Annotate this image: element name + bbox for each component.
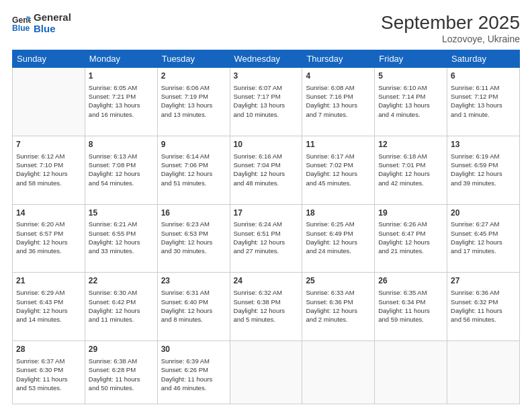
weekday-header-tuesday: Tuesday (157, 50, 230, 68)
day-info-line: Daylight: 12 hours (16, 169, 81, 178)
weekday-header-monday: Monday (85, 50, 157, 68)
day-info-line: and 48 minutes. (234, 179, 299, 187)
day-number: 8 (89, 139, 154, 150)
day-info-line: Sunrise: 6:24 AM (234, 220, 299, 228)
day-info-line: Sunrise: 6:19 AM (451, 152, 516, 161)
calendar-cell: 11Sunrise: 6:17 AMSunset: 7:02 PMDayligh… (302, 136, 375, 204)
svg-text:Blue: Blue (12, 24, 30, 33)
day-info-line: Sunset: 6:47 PM (378, 229, 443, 238)
day-number: 21 (16, 275, 81, 287)
day-info-line: Sunset: 7:01 PM (378, 161, 443, 169)
day-info-line: Sunset: 7:14 PM (378, 92, 443, 101)
day-info-line: Sunrise: 6:36 AM (451, 288, 516, 297)
day-number: 10 (234, 139, 299, 150)
day-info-line: Sunrise: 6:31 AM (161, 288, 226, 297)
day-info-line: Daylight: 12 hours (378, 238, 443, 246)
day-info-line: Daylight: 11 hours (89, 375, 154, 383)
calendar-week-row: 28Sunrise: 6:37 AMSunset: 6:30 PMDayligh… (13, 341, 520, 404)
day-number: 19 (378, 208, 443, 219)
day-number: 1 (89, 71, 154, 82)
day-info-line: Sunrise: 6:20 AM (16, 220, 81, 228)
day-info-line: and 46 minutes. (161, 383, 226, 392)
day-number: 30 (161, 344, 226, 355)
day-number: 26 (378, 275, 443, 287)
weekday-header-row: SundayMondayTuesdayWednesdayThursdayFrid… (13, 50, 520, 68)
calendar-cell (302, 341, 375, 404)
day-info-line: Daylight: 12 hours (234, 169, 299, 178)
weekday-header-wednesday: Wednesday (230, 50, 302, 68)
day-info-line: Sunrise: 6:30 AM (89, 288, 154, 297)
day-info-line: Sunrise: 6:14 AM (161, 152, 226, 161)
day-info-line: and 27 minutes. (234, 246, 299, 255)
day-info-line: and 24 minutes. (306, 246, 371, 255)
day-info-line: and 13 minutes. (161, 110, 226, 119)
location: Lozovoye, Ukraine (381, 34, 520, 44)
day-number: 15 (89, 208, 154, 219)
day-info-line: Sunrise: 6:35 AM (378, 288, 443, 297)
day-info-line: Sunrise: 6:08 AM (306, 83, 371, 92)
day-info-line: and 58 minutes. (16, 179, 81, 187)
day-number: 27 (451, 275, 516, 287)
day-info-line: Daylight: 13 hours (306, 101, 371, 109)
calendar-cell: 29Sunrise: 6:38 AMSunset: 6:28 PMDayligh… (85, 341, 157, 404)
title-block: September 2025 Lozovoye, Ukraine (381, 12, 520, 44)
day-number: 25 (306, 275, 371, 287)
calendar-cell: 6Sunrise: 6:11 AMSunset: 7:12 PMDaylight… (447, 68, 520, 136)
day-number: 5 (378, 71, 443, 82)
weekday-header-sunday: Sunday (13, 50, 85, 68)
day-info-line: Sunset: 7:02 PM (306, 161, 371, 169)
day-info-line: Sunrise: 6:33 AM (306, 288, 371, 297)
calendar-cell: 7Sunrise: 6:12 AMSunset: 7:10 PMDaylight… (13, 136, 85, 204)
day-info-line: Daylight: 13 hours (378, 101, 443, 109)
day-info-line: and 36 minutes. (16, 246, 81, 255)
day-info-line: Sunset: 6:43 PM (16, 298, 81, 306)
day-info-line: Sunset: 6:57 PM (16, 229, 81, 238)
day-info-line: Sunset: 7:19 PM (161, 92, 226, 101)
calendar-cell: 25Sunrise: 6:33 AMSunset: 6:36 PMDayligh… (302, 273, 375, 341)
day-number: 6 (451, 71, 516, 82)
day-info-line: Sunset: 7:12 PM (451, 92, 516, 101)
calendar-cell: 28Sunrise: 6:37 AMSunset: 6:30 PMDayligh… (13, 341, 85, 404)
day-info-line: Sunset: 6:55 PM (89, 229, 154, 238)
day-info-line: and 4 minutes. (378, 110, 443, 119)
day-info-line: and 59 minutes. (378, 315, 443, 324)
day-number: 9 (161, 139, 226, 150)
day-number: 7 (16, 139, 81, 150)
calendar-cell: 9Sunrise: 6:14 AMSunset: 7:06 PMDaylight… (157, 136, 230, 204)
calendar-cell: 14Sunrise: 6:20 AMSunset: 6:57 PMDayligh… (13, 204, 85, 273)
calendar-week-row: 1Sunrise: 6:05 AMSunset: 7:21 PMDaylight… (13, 68, 520, 136)
day-info-line: and 21 minutes. (378, 246, 443, 255)
day-info-line: Sunrise: 6:26 AM (378, 220, 443, 228)
day-info-line: Sunrise: 6:16 AM (234, 152, 299, 161)
day-info-line: Sunrise: 6:38 AM (89, 357, 154, 365)
day-info-line: Sunset: 7:04 PM (234, 161, 299, 169)
logo-general: General (34, 12, 71, 24)
day-info-line: Sunset: 7:16 PM (306, 92, 371, 101)
day-info-line: Sunrise: 6:18 AM (378, 152, 443, 161)
calendar-cell: 20Sunrise: 6:27 AMSunset: 6:45 PMDayligh… (447, 204, 520, 273)
day-info-line: Daylight: 12 hours (89, 169, 154, 178)
day-info-line: Sunrise: 6:13 AM (89, 152, 154, 161)
day-info-line: Daylight: 13 hours (234, 101, 299, 109)
day-number: 29 (89, 344, 154, 355)
calendar-week-row: 21Sunrise: 6:29 AMSunset: 6:43 PMDayligh… (13, 273, 520, 341)
day-info-line: and 1 minute. (451, 110, 516, 119)
day-info-line: Sunset: 6:51 PM (234, 229, 299, 238)
day-info-line: and 8 minutes. (161, 315, 226, 324)
day-number: 13 (451, 139, 516, 150)
day-info-line: Sunset: 6:32 PM (451, 298, 516, 306)
day-info-line: Daylight: 12 hours (16, 306, 81, 315)
day-info-line: Sunset: 7:21 PM (89, 92, 154, 101)
day-info-line: Daylight: 12 hours (306, 238, 371, 246)
day-info-line: Sunset: 7:06 PM (161, 161, 226, 169)
day-info-line: and 11 minutes. (89, 315, 154, 324)
day-info-line: Daylight: 13 hours (89, 101, 154, 109)
calendar-cell (375, 341, 447, 404)
day-info-line: Daylight: 11 hours (161, 375, 226, 383)
day-info-line: Daylight: 11 hours (378, 306, 443, 315)
day-number: 20 (451, 208, 516, 219)
calendar-cell: 19Sunrise: 6:26 AMSunset: 6:47 PMDayligh… (375, 204, 447, 273)
day-number: 18 (306, 208, 371, 219)
day-info-line: Sunrise: 6:11 AM (451, 83, 516, 92)
calendar-cell: 21Sunrise: 6:29 AMSunset: 6:43 PMDayligh… (13, 273, 85, 341)
